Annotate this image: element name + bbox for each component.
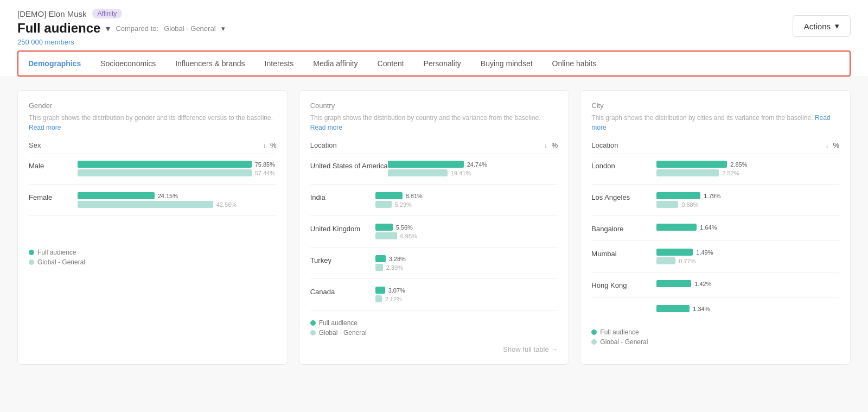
gender-legend-global-label: Global - General [37, 258, 85, 266]
city-bar-last-primary-fill [656, 305, 690, 312]
gender-card: Gender This graph shows the distribution… [17, 90, 288, 365]
city-sort-icon[interactable]: ↓ [825, 142, 828, 149]
city-desc-text: This graph shows the distribution by cit… [591, 114, 813, 122]
audience-dropdown-icon[interactable]: ▾ [106, 23, 110, 34]
gender-bar-female-primary-fill [78, 192, 155, 199]
city-row-london: London 2.85% 2.52% [591, 161, 839, 185]
gender-read-more[interactable]: Read more [29, 124, 61, 131]
country-pct-usa-secondary: 19.41% [451, 170, 473, 176]
country-pct-india-primary: 8.81% [406, 193, 427, 199]
country-bar-turkey-primary-fill [375, 255, 386, 262]
gender-legend-full-label: Full audience [37, 249, 76, 256]
city-pct-bangalore-primary: 1.64% [700, 224, 722, 231]
show-full-table-link[interactable]: Show full table → [310, 345, 558, 353]
gender-legend-full: Full audience [29, 249, 277, 256]
country-table-header: Location ↓ % [310, 141, 558, 154]
compared-to-dropdown-icon[interactable]: ▾ [221, 24, 225, 33]
city-label-london: London [591, 161, 656, 170]
gender-bars-female: 24.15% 42.56% [78, 192, 277, 208]
tab-influencers[interactable]: Influencers & brands [165, 54, 254, 73]
city-bars-mumbai: 1.49% 0.77% [656, 249, 839, 264]
country-bar-uk-secondary: 6.95% [375, 232, 558, 239]
country-bar-uk-secondary-fill [375, 232, 397, 239]
city-legend-full-label: Full audience [600, 328, 639, 336]
city-col-label: Location [591, 141, 618, 149]
city-bar-bangalore-primary-fill [656, 224, 697, 231]
gender-bar-male-secondary: 57.44% [78, 169, 277, 176]
city-legend-full-dot [591, 329, 597, 335]
actions-button[interactable]: Actions ▾ [793, 15, 851, 37]
members-count: 250 000 members [17, 38, 851, 46]
country-label-uk: United Kingdom [310, 224, 375, 233]
tab-demographics[interactable]: Demographics [18, 54, 91, 73]
country-row-turkey: Turkey 3.28% 2.39% [310, 255, 558, 279]
city-bar-london-primary-fill [656, 161, 727, 168]
city-bars-london: 2.85% 2.52% [656, 161, 839, 176]
country-card-title: Country [310, 102, 558, 110]
city-bar-la-primary-fill [656, 192, 700, 199]
gender-sort-icon[interactable]: ↓ [263, 142, 266, 149]
country-card-desc: This graph shows the distribution by cou… [310, 113, 558, 132]
tab-personality[interactable]: Personality [414, 54, 471, 73]
tab-online-habits[interactable]: Online habits [542, 54, 607, 73]
country-bar-usa-primary-fill [388, 161, 464, 168]
gender-label-male: Male [29, 161, 78, 170]
compared-to-value[interactable]: Global - General [164, 24, 215, 33]
country-bars-uk: 5.56% 6.95% [375, 224, 558, 239]
city-bars-la: 1.79% 0.88% [656, 192, 839, 208]
city-label-hongkong: Hong Kong [591, 280, 656, 289]
tab-socioeconomics[interactable]: Socioeconomics [91, 54, 165, 73]
city-label-bangalore: Bangalore [591, 224, 656, 233]
country-bars-usa: 24.74% 19.41% [388, 161, 558, 176]
country-row-usa: United States of America 24.74% 19.41% [310, 161, 558, 185]
country-read-more[interactable]: Read more [310, 124, 342, 131]
cards-row: Gender This graph shows the distribution… [17, 90, 851, 365]
city-label-la: Los Angeles [591, 192, 656, 201]
city-row-bangalore: Bangalore 1.64% [591, 224, 839, 241]
gender-label-female: Female [29, 192, 78, 201]
city-bar-la-secondary: 0.88% [656, 201, 839, 208]
city-row-hongkong: Hong Kong 1.42% [591, 280, 839, 297]
tab-interests[interactable]: Interests [255, 54, 304, 73]
city-legend-full: Full audience [591, 328, 839, 336]
gender-row-female: Female 24.15% 42.56% [29, 192, 277, 216]
country-bar-canada-secondary: 2.12% [375, 295, 558, 302]
city-pct-label: % [833, 141, 839, 149]
city-pct-mumbai-secondary: 0.77% [679, 258, 700, 264]
gender-pct-male-secondary: 57.44% [255, 170, 277, 176]
country-pct-uk-secondary: 6.95% [400, 233, 422, 239]
country-legend-full-label: Full audience [319, 319, 358, 327]
city-legend-global: Global - General [591, 338, 839, 346]
tab-content[interactable]: Content [368, 54, 414, 73]
gender-pct-female-secondary: 42.56% [216, 201, 238, 208]
country-bar-uk-primary-fill [375, 224, 393, 231]
nav-tabs: Demographics Socioeconomics Influencers … [17, 50, 851, 77]
country-sort-icon[interactable]: ↓ [544, 142, 547, 149]
affinity-badge: Affinity [92, 9, 123, 18]
tab-buying-mindset[interactable]: Buying mindset [471, 54, 542, 73]
tab-media-affinity[interactable]: Media affinity [303, 54, 367, 73]
city-card-desc: This graph shows the distribution by cit… [591, 113, 839, 132]
country-bar-canada-primary-fill [375, 287, 385, 294]
gender-bar-female-secondary: 42.56% [78, 201, 277, 208]
gender-legend-full-dot [29, 250, 34, 255]
gender-bar-female-primary: 24.15% [78, 192, 277, 199]
gender-bar-male-primary: 75.85% [78, 161, 277, 168]
country-pct-turkey-primary: 3.28% [389, 256, 411, 262]
gender-bar-male-secondary-fill [78, 169, 252, 176]
city-label-mumbai: Mumbai [591, 249, 656, 258]
city-legend-global-label: Global - General [600, 338, 648, 346]
city-bar-london-primary: 2.85% [656, 161, 839, 168]
city-pct-mumbai-primary: 1.49% [696, 249, 718, 256]
city-card: City This graph shows the distribution b… [580, 90, 851, 365]
content-area: Gender This graph shows the distribution… [0, 77, 868, 378]
gender-pct-female-primary: 24.15% [158, 193, 180, 199]
country-bar-turkey-primary: 3.28% [375, 255, 558, 262]
country-label-turkey: Turkey [310, 255, 375, 264]
city-pct-last-primary: 1.34% [693, 306, 714, 312]
gender-legend-global: Global - General [29, 258, 277, 266]
gender-pct-male-primary: 75.85% [255, 161, 277, 168]
gender-table-header: Sex ↓ % [29, 141, 277, 154]
country-bar-usa-secondary: 19.41% [388, 169, 558, 176]
country-card: Country This graph shows the distributio… [299, 90, 570, 365]
